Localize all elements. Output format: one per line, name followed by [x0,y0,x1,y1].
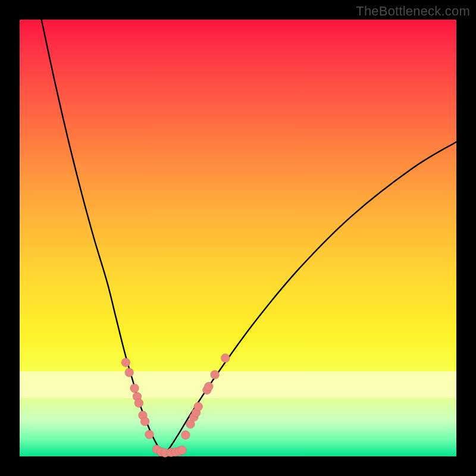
curve-path [42,20,456,453]
marker-group [121,354,230,458]
marker-dot [130,384,139,393]
marker-dot [140,417,149,426]
marker-dot [221,354,230,363]
chart-svg [20,20,456,456]
marker-dot [194,402,203,411]
marker-dot [121,358,130,367]
plot-area [20,20,456,456]
chart-stage: TheBottleneck.com [0,0,476,476]
marker-dot [145,430,154,439]
marker-dot [125,368,134,377]
marker-dot [181,431,190,440]
watermark-text: TheBottleneck.com [356,4,470,19]
bottleneck-curve [42,20,456,453]
marker-dot [211,370,220,379]
marker-dot [205,382,214,391]
marker-dot [178,446,187,455]
marker-dot [134,399,143,408]
